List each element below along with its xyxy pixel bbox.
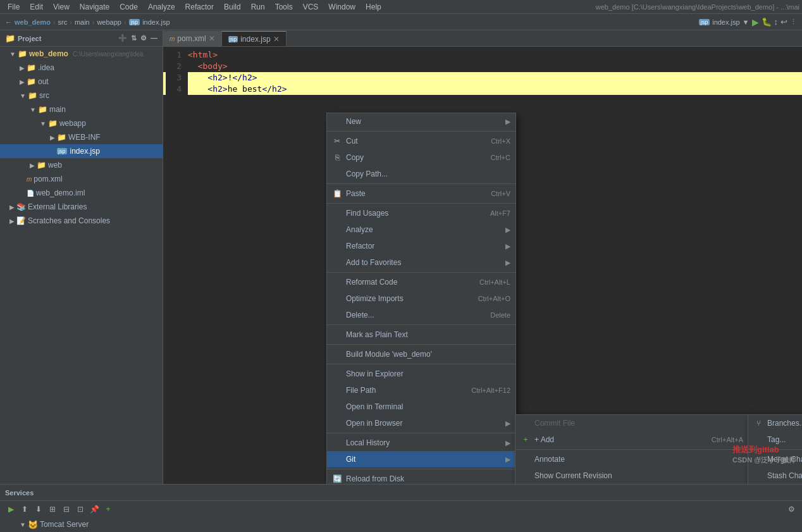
tree-web[interactable]: ▶ 📁 web — [0, 158, 163, 172]
watermark: 推送到gitlab CSDN @泛小子贼帅 — [732, 444, 796, 465]
expand-icon: ▶ — [50, 134, 55, 141]
tree-webapp[interactable]: ▼ 📁 webapp — [0, 116, 163, 130]
sidebar-minimize-btn[interactable]: — — [151, 34, 157, 42]
expand-icon: ▼ — [40, 120, 46, 127]
ctx-new[interactable]: New ▶ — [327, 113, 515, 130]
ctx-delete-label: Delete... — [346, 311, 374, 319]
srv-tomcat[interactable]: ▼ 🐱 Tomcat Server — [0, 517, 802, 531]
menu-refactor[interactable]: Refactor — [180, 1, 219, 13]
bc-more-icon[interactable]: ⋮ — [790, 18, 797, 26]
tree-main[interactable]: ▼ 📁 main — [0, 102, 163, 116]
ctx-copy-icon: ⎘ — [332, 153, 342, 162]
ctx-show-current-rev[interactable]: Show Current Revision — [515, 467, 748, 484]
srv-expand-btn[interactable]: ⊡ — [75, 504, 86, 515]
expand-icon: ▶ — [20, 65, 25, 71]
menu-run[interactable]: Run — [246, 1, 270, 13]
watermark-main: 推送到gitlab — [732, 444, 796, 455]
ctx-open-browser[interactable]: Open in Browser ▶ — [327, 415, 515, 431]
bc-file-icon2: jsp — [699, 19, 710, 25]
context-menu-git: Commit File + + Add Ctrl+Alt+A Annotate … — [515, 414, 749, 484]
ctx-file-path[interactable]: File Path Ctrl+Alt+F12 — [327, 382, 515, 399]
ctx-cut[interactable]: ✂ Cut Ctrl+X — [327, 133, 515, 149]
ctx-copy-path[interactable]: Copy Path... — [327, 166, 515, 182]
tree-out[interactable]: ▶ 📁 out — [0, 75, 163, 89]
menu-vcs[interactable]: VCS — [298, 1, 324, 13]
tree-web-demo[interactable]: ▼ 📁 web_demo C:\Users\wangxiang\Idea — [0, 47, 163, 61]
sidebar-settings-btn[interactable]: ⚙ — [140, 34, 147, 42]
bc-nav-icon[interactable]: ↩ — [780, 17, 787, 27]
tab-index-jsp[interactable]: jsp index.jsp ✕ — [222, 31, 287, 46]
ctx-refactor[interactable]: Refactor ▶ — [327, 238, 515, 254]
sidebar-expand-btn[interactable]: ⇅ — [131, 34, 137, 42]
bc-web-demo[interactable]: web_demo — [15, 18, 51, 26]
ctx-delete[interactable]: Delete... Delete — [327, 307, 515, 323]
srv-group-btn[interactable]: ⊞ — [47, 504, 58, 515]
bc-index-jsp2[interactable]: index.jsp — [712, 18, 739, 26]
ctx-analyze-label: Analyze — [346, 225, 373, 234]
bc-debug-icon[interactable]: 🐛 — [762, 17, 772, 27]
srv-add-btn[interactable]: + — [102, 504, 114, 515]
ctx-add-favorites[interactable]: Add to Favorites ▶ — [327, 254, 515, 271]
tree-src[interactable]: ▼ 📁 src — [0, 89, 163, 102]
srv-filter-btn[interactable]: ⊟ — [61, 504, 72, 515]
menu-file[interactable]: File — [3, 1, 25, 13]
ctx-reformat[interactable]: Reformat Code Ctrl+Alt+L — [327, 274, 515, 290]
tree-scratches[interactable]: ▶ 📝 Scratches and Consoles — [0, 214, 163, 228]
menu-code[interactable]: Code — [114, 1, 143, 13]
tree-label: WEB-INF — [68, 133, 101, 142]
tab-close[interactable]: ✕ — [209, 34, 215, 43]
ctx-local-history[interactable]: Local History ▶ — [327, 435, 515, 451]
ctx-mark-plain[interactable]: Mark as Plain Text — [327, 326, 515, 343]
tree-idea[interactable]: ▶ 📁 .idea — [0, 61, 163, 75]
menu-edit[interactable]: Edit — [25, 1, 48, 13]
tab-label: index.jsp — [240, 35, 270, 44]
xml-file-icon: m — [27, 176, 32, 183]
menu-navigate[interactable]: Navigate — [75, 1, 114, 13]
menu-analyze[interactable]: Analyze — [143, 1, 180, 13]
srv-pin-btn[interactable]: 📌 — [89, 504, 100, 515]
bc-webapp[interactable]: webapp — [97, 18, 121, 26]
srv-btn-2[interactable]: ⬆ — [19, 504, 30, 515]
menu-tools[interactable]: Tools — [270, 1, 298, 13]
tab-jsp-icon: jsp — [228, 36, 238, 42]
ctx-sep-9 — [327, 469, 515, 469]
ctx-show-explorer[interactable]: Show in Explorer — [327, 366, 515, 382]
ctx-find-usages[interactable]: Find Usages Alt+F7 — [327, 205, 515, 221]
ctx-annotate[interactable]: Annotate — [515, 451, 748, 467]
tree-pom-xml[interactable]: ▶ m pom.xml — [0, 172, 163, 186]
editor-content[interactable]: 1 <html> 2 <body> 3 <h2>!</h2> 4 <h2>he … — [163, 47, 802, 97]
ctx-add[interactable]: + + Add Ctrl+Alt+A — [515, 431, 748, 448]
bc-index-jsp[interactable]: index.jsp — [142, 18, 170, 26]
ctx-analyze[interactable]: Analyze ▶ — [327, 221, 515, 238]
services-header: Services — [0, 485, 802, 501]
tree-iml[interactable]: ▶ 📄 web_demo.iml — [0, 186, 163, 200]
srv-run-btn[interactable]: ▶ — [5, 504, 16, 515]
ctx-stash[interactable]: Stash Changes... — [748, 467, 802, 484]
tree-ext-libs[interactable]: ▶ 📚 External Libraries — [0, 200, 163, 214]
ctx-build-module[interactable]: Build Module 'web_demo' — [327, 346, 515, 362]
ctx-copy[interactable]: ⎘ Copy Ctrl+C — [327, 149, 515, 166]
ctx-optimize[interactable]: Optimize Imports Ctrl+Alt+O — [327, 290, 515, 307]
ctx-open-terminal[interactable]: Open in Terminal — [327, 399, 515, 415]
menu-build[interactable]: Build — [219, 1, 246, 13]
tab-pom-xml[interactable]: m pom.xml ✕ — [163, 31, 222, 46]
bc-back[interactable]: ← — [5, 18, 12, 26]
ctx-branches[interactable]: ⑂ Branches... Ctrl+Shift+` — [748, 415, 802, 431]
tree-webinf[interactable]: ▶ 📁 WEB-INF — [0, 130, 163, 144]
ctx-git[interactable]: Git ▶ — [327, 451, 515, 467]
tree-index-jsp[interactable]: ▶ jsp index.jsp — [0, 144, 163, 158]
ctx-reload[interactable]: 🔄 Reload from Disk — [327, 471, 515, 484]
menu-view[interactable]: View — [48, 1, 75, 13]
bc-update-icon[interactable]: ↕ — [774, 17, 779, 27]
bc-main[interactable]: main — [75, 18, 90, 26]
menu-window[interactable]: Window — [323, 1, 361, 13]
ctx-paste[interactable]: 📋 Paste Ctrl+V — [327, 185, 515, 202]
srv-settings-btn[interactable]: ⚙ — [786, 504, 797, 515]
srv-btn-3[interactable]: ⬇ — [33, 504, 44, 515]
bc-run-icon[interactable]: ▶ — [752, 17, 759, 27]
menu-help[interactable]: Help — [361, 1, 386, 13]
bc-dropdown[interactable]: ▼ — [743, 18, 750, 26]
tab-close[interactable]: ✕ — [273, 35, 280, 44]
bc-src[interactable]: src — [58, 18, 68, 26]
sidebar-add-btn[interactable]: ➕ — [118, 34, 127, 42]
